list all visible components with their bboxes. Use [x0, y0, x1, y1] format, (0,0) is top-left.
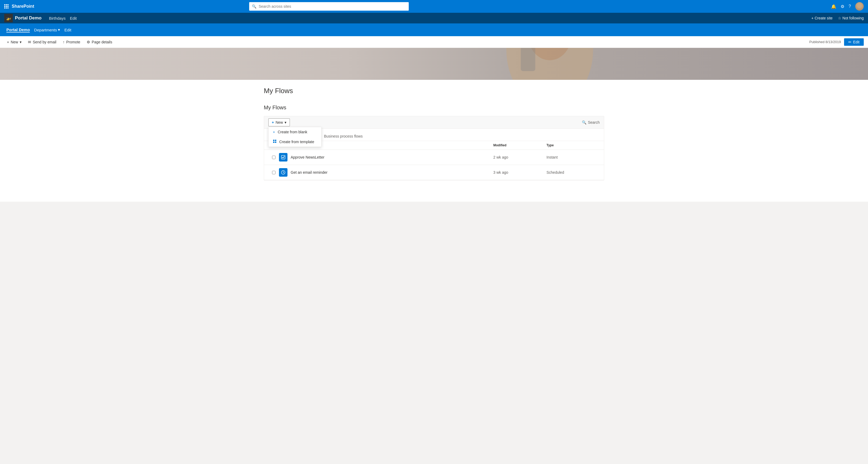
flow-modified-1: 2 wk ago: [493, 155, 547, 160]
flow-icon-clock: [279, 168, 287, 177]
new-dropdown-menu: + Create from blank: [268, 127, 321, 147]
search-input[interactable]: [249, 2, 409, 11]
svg-rect-6: [4, 7, 5, 8]
toolbar-right: Published 8/13/2019 ✏ Edit: [809, 38, 864, 46]
promote-icon: ↑: [63, 40, 65, 44]
section-title: My Flows: [264, 105, 604, 111]
create-from-blank-item[interactable]: + Create from blank: [269, 127, 321, 137]
flows-plus-icon: +: [272, 120, 274, 124]
suite-site-name[interactable]: Portal Demo: [15, 16, 41, 21]
settings-icon[interactable]: ⚙: [841, 4, 844, 9]
site-nav-edit[interactable]: Edit: [64, 28, 71, 32]
flow-name-2: Get an email reminder: [291, 170, 493, 175]
email-icon: ✉: [28, 40, 31, 44]
suite-right-actions: + Create site ☆ Not following: [811, 16, 864, 20]
published-date: Published 8/13/2019: [809, 40, 841, 44]
flows-search-button[interactable]: 🔍 Search: [582, 120, 600, 124]
svg-rect-14: [275, 140, 276, 141]
svg-rect-1: [6, 4, 7, 5]
svg-rect-5: [7, 6, 8, 7]
create-site-button[interactable]: + Create site: [811, 16, 833, 20]
new-button-group: + New ▾ + Create from blank: [268, 118, 290, 126]
svg-rect-0: [4, 4, 5, 5]
promote-button[interactable]: ↑ Promote: [60, 38, 83, 46]
chevron-down-icon: ▾: [20, 40, 22, 44]
page-toolbar: + New ▾ ✉ Send by email ↑ Promote ⚙ Page…: [0, 36, 868, 48]
suite-nav-birthdays[interactable]: Birthdays: [49, 16, 66, 21]
table-row[interactable]: Approve NewsLetter 2 wk ago Instant: [264, 150, 604, 165]
user-avatar[interactable]: [855, 2, 864, 11]
details-icon: ⚙: [87, 40, 90, 44]
tab-business-process-flows[interactable]: Business process flows: [320, 132, 367, 141]
flow-modified-2: 3 wk ago: [493, 170, 547, 175]
table-row[interactable]: Get an email reminder 3 wk ago Scheduled: [264, 165, 604, 180]
svg-rect-12: [521, 48, 535, 71]
row-checkbox-2[interactable]: [268, 171, 279, 174]
flows-chevron-icon: ▾: [284, 120, 286, 124]
row-checkbox-1[interactable]: [268, 156, 279, 159]
svg-rect-9: [0, 48, 868, 80]
flows-search-icon: 🔍: [582, 120, 586, 124]
not-following-button[interactable]: ☆ Not following: [838, 16, 864, 20]
svg-rect-13: [273, 140, 274, 141]
send-by-email-button[interactable]: ✉ Send by email: [25, 38, 59, 46]
site-nav-departments[interactable]: Departments ▾: [34, 27, 60, 32]
top-nav-right: 🔔 ⚙ ?: [831, 2, 864, 11]
suite-nav: Birthdays Edit: [49, 16, 76, 21]
new-button[interactable]: + New ▾: [4, 38, 24, 46]
svg-rect-7: [6, 7, 7, 8]
create-from-template-item[interactable]: Create from template: [269, 137, 321, 147]
page-content-area: My Flows My Flows + New ▾ +: [0, 80, 868, 202]
svg-rect-8: [7, 7, 8, 8]
flows-card-toolbar: + New ▾ + Create from blank: [264, 116, 604, 129]
site-nav-portal-demo[interactable]: Portal Demo: [6, 27, 30, 32]
search-icon: 🔍: [252, 4, 256, 8]
create-template-icon: [273, 139, 277, 144]
svg-rect-16: [275, 142, 276, 143]
edit-page-button[interactable]: ✏ Edit: [844, 38, 864, 46]
app-brand-name: SharePoint: [12, 4, 34, 9]
flow-type-1: Instant: [547, 155, 600, 160]
page-title-large: My Flows: [264, 84, 293, 99]
suite-nav-edit[interactable]: Edit: [70, 16, 77, 21]
flow-type-2: Scheduled: [547, 170, 600, 175]
waffle-menu-icon[interactable]: [4, 4, 8, 8]
svg-line-23: [283, 172, 284, 173]
suite-bar: 🚁 Portal Demo Birthdays Edit + Create si…: [0, 13, 868, 23]
plus-icon: +: [7, 40, 9, 44]
th-modified: Modified: [493, 143, 547, 147]
checkbox-email-reminder[interactable]: [272, 171, 276, 174]
svg-rect-15: [273, 142, 274, 143]
svg-rect-4: [6, 6, 7, 7]
edit-icon: ✏: [848, 40, 851, 44]
hero-image: [0, 48, 868, 80]
flow-icon-approval: [279, 153, 287, 162]
page-details-button[interactable]: ⚙ Page details: [84, 38, 115, 46]
hero-image-background: [0, 48, 868, 80]
create-blank-icon: +: [273, 130, 275, 134]
flows-table: Name Modified Type Approve Ne: [264, 141, 604, 180]
checkbox-approve-newsletter[interactable]: [272, 156, 276, 159]
flow-name-1: Approve NewsLetter: [291, 155, 493, 160]
site-navigation: Portal Demo Departments ▾ Edit: [0, 23, 868, 36]
flows-card: + New ▾ + Create from blank: [264, 116, 604, 180]
top-navigation: SharePoint 🔍 🔔 ⚙ ?: [0, 0, 868, 13]
flows-new-button[interactable]: + New ▾: [268, 118, 290, 126]
th-type: Type: [547, 143, 600, 147]
search-bar-container: 🔍: [249, 2, 409, 11]
help-icon[interactable]: ?: [848, 4, 851, 9]
svg-rect-2: [7, 4, 8, 5]
svg-rect-3: [4, 6, 5, 7]
suite-logo: 🚁: [4, 14, 13, 22]
flows-section: My Flows + New ▾ + Create from blank: [253, 102, 615, 191]
notification-bell-icon[interactable]: 🔔: [831, 4, 836, 9]
